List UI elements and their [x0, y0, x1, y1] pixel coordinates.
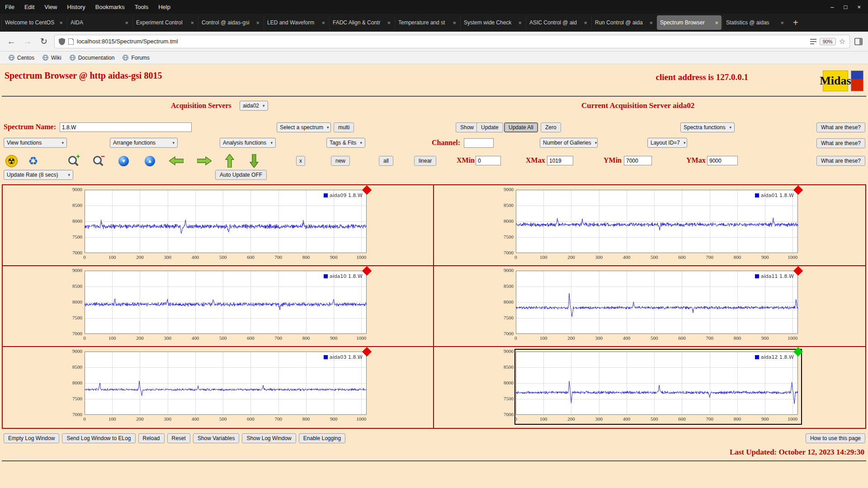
tab-close-icon[interactable]: × — [584, 19, 587, 26]
analysis-functions-dropdown[interactable]: Analysis functions ▾ — [220, 138, 276, 148]
tags-fits-dropdown[interactable]: Tags & Fits ▾ — [326, 138, 365, 148]
show-variables-button[interactable]: Show Variables — [193, 433, 240, 443]
spectrum-name-input[interactable] — [60, 122, 192, 132]
spectrum-chart[interactable] — [495, 268, 811, 346]
menu-tools[interactable]: Tools — [130, 4, 153, 10]
reader-mode-icon[interactable] — [810, 39, 816, 44]
tab-aida[interactable]: AIDA × — [67, 15, 132, 30]
what-are-these-button[interactable]: What are these? — [816, 156, 865, 166]
tab-control[interactable]: Control @ aidas-gsi × — [198, 15, 263, 30]
tab-system-check[interactable]: System wide Check × — [460, 15, 525, 30]
tab-asic-control[interactable]: ASIC Control @ aid × — [526, 15, 590, 30]
tab-welcome[interactable]: Welcome to CentOS × — [1, 15, 66, 30]
ymin-input[interactable] — [624, 156, 652, 165]
new-button[interactable]: new — [331, 156, 350, 166]
reload-button[interactable]: Reload — [138, 433, 165, 443]
bookmark-centos[interactable]: Centos — [5, 54, 38, 62]
circle-arrow-down-button[interactable]: ▼ — [118, 154, 129, 168]
spectrum-chart[interactable] — [495, 187, 811, 265]
move-up-button[interactable] — [225, 154, 234, 168]
tab-close-icon[interactable]: × — [518, 19, 522, 26]
new-tab-button[interactable]: + — [788, 18, 804, 28]
empty-log-window-button[interactable]: Empty Log Window — [4, 433, 59, 443]
tab-fadc-align[interactable]: FADC Align & Contr × — [329, 15, 394, 30]
tab-statistics[interactable]: Statistics @ aidas × — [722, 15, 787, 30]
back-icon[interactable]: ← — [5, 37, 17, 47]
minimize-icon[interactable]: – — [830, 4, 834, 10]
select-spectrum-dropdown[interactable]: Select a spectrum ▾ — [277, 122, 331, 132]
tab-close-icon[interactable]: × — [321, 19, 325, 26]
spectrum-chart[interactable] — [495, 349, 811, 427]
shield-icon[interactable] — [59, 38, 65, 45]
tab-close-icon[interactable]: × — [59, 19, 63, 26]
tab-close-icon[interactable]: × — [256, 19, 259, 26]
sidebar-icon[interactable] — [854, 38, 863, 45]
tab-close-icon[interactable]: × — [190, 19, 194, 26]
xmin-input[interactable] — [476, 156, 501, 165]
what-are-these-button[interactable]: What are these? — [816, 122, 865, 132]
tab-run-control[interactable]: Run Control @ aida × — [591, 15, 656, 30]
forward-icon[interactable]: → — [22, 37, 33, 47]
zoom-level-badge[interactable]: 90% — [820, 38, 836, 45]
page-info-icon[interactable] — [68, 38, 74, 45]
acquisition-server-select[interactable]: aida02 ▾ — [240, 101, 268, 111]
tab-close-icon[interactable]: × — [780, 19, 784, 26]
tab-close-icon[interactable]: × — [649, 19, 653, 26]
tab-close-icon[interactable]: × — [715, 19, 718, 26]
move-down-button[interactable] — [250, 154, 259, 168]
tab-close-icon[interactable]: × — [453, 19, 456, 26]
circle-arrow-up-button[interactable]: ▲ — [145, 154, 155, 168]
spectra-functions-dropdown[interactable]: Spectra functions ▾ — [680, 122, 735, 132]
arrange-functions-dropdown[interactable]: Arrange functions ▾ — [110, 138, 178, 148]
layout-id-dropdown[interactable]: Layout ID=7 ▾ — [647, 138, 687, 148]
tab-close-icon[interactable]: × — [387, 19, 391, 26]
tab-experiment-control[interactable]: Experiment Control × — [132, 15, 197, 30]
multi-button[interactable]: multi — [334, 122, 354, 132]
bookmark-wiki[interactable]: Wiki — [38, 54, 66, 62]
zoom-in-button[interactable]: + — [68, 154, 80, 168]
show-log-window-button[interactable]: Show Log Window — [242, 433, 296, 443]
zoom-out-button[interactable]: − — [93, 154, 104, 168]
menu-help[interactable]: Help — [153, 4, 175, 10]
maximize-icon[interactable]: □ — [844, 4, 848, 10]
menu-history[interactable]: History — [62, 4, 90, 10]
xmax-input[interactable] — [547, 156, 573, 165]
tab-temperature[interactable]: Temperature and st × — [395, 15, 459, 30]
menu-edit[interactable]: Edit — [19, 4, 39, 10]
radiation-button[interactable]: ☢ — [5, 154, 18, 168]
number-of-galleries-dropdown[interactable]: Number of Galleries ▾ — [540, 138, 598, 148]
bookmark-star-icon[interactable]: ☆ — [839, 37, 845, 46]
tab-led-waveform[interactable]: LED and Waveform × — [264, 15, 328, 30]
show-button[interactable]: Show — [456, 122, 478, 132]
zero-button[interactable]: Zero — [541, 122, 561, 132]
x-button[interactable]: x — [296, 156, 305, 166]
bookmark-documentation[interactable]: Documentation — [66, 54, 119, 62]
linear-button[interactable]: linear — [414, 156, 436, 166]
auto-update-button[interactable]: Auto Update OFF — [215, 170, 267, 180]
move-right-button[interactable] — [197, 154, 212, 168]
view-functions-dropdown[interactable]: View functions ▾ — [4, 138, 67, 148]
move-left-button[interactable] — [169, 154, 184, 168]
close-icon[interactable]: × — [857, 4, 861, 10]
url-bar[interactable]: localhost:8015/Spectrum/Spectrum.tml 90%… — [54, 35, 850, 48]
menu-file[interactable]: File — [0, 4, 19, 10]
channel-input[interactable] — [464, 138, 494, 148]
tab-close-icon[interactable]: × — [125, 19, 128, 26]
update-all-button[interactable]: Update All — [504, 122, 538, 132]
bookmark-forums[interactable]: Forums — [118, 54, 154, 62]
what-are-these-button[interactable]: What are these? — [816, 138, 865, 148]
url-text[interactable]: localhost:8015/Spectrum/Spectrum.tml — [77, 38, 807, 45]
update-rate-dropdown[interactable]: Update Rate (8 secs) ▾ — [4, 170, 73, 180]
menu-view[interactable]: View — [39, 4, 62, 10]
send-log-to-elog-button[interactable]: Send Log Window to ELog — [62, 433, 135, 443]
refresh-button[interactable]: ♻ — [28, 154, 38, 168]
spectrum-chart[interactable] — [64, 349, 380, 427]
all-button[interactable]: all — [379, 156, 393, 166]
ymax-input[interactable] — [707, 156, 738, 165]
menu-bookmarks[interactable]: Bookmarks — [90, 4, 130, 10]
enable-logging-button[interactable]: Enable Logging — [299, 433, 345, 443]
update-button[interactable]: Update — [476, 122, 503, 132]
tab-spectrum-browser[interactable]: Spectrum Browser × — [657, 15, 722, 30]
reset-button[interactable]: Reset — [167, 433, 190, 443]
reload-icon[interactable]: ↻ — [38, 36, 50, 47]
